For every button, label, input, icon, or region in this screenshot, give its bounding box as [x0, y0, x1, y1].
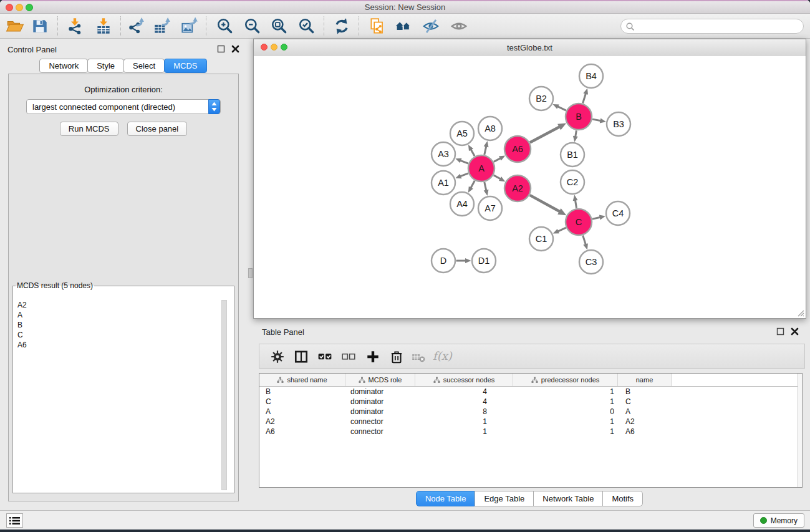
column-header-predecessor-nodes[interactable]: predecessor nodes [513, 374, 618, 386]
result-item[interactable]: A2 [17, 300, 225, 310]
table-row[interactable]: Cdominator41C [259, 397, 802, 407]
graph-edge-A-A6[interactable] [494, 158, 501, 162]
graph-node-B4[interactable]: B4 [579, 64, 603, 88]
tab-edge-table[interactable]: Edge Table [475, 491, 534, 506]
table-row[interactable]: Adominator80A [259, 407, 802, 417]
import-network-icon[interactable] [65, 17, 84, 36]
column-header-name[interactable]: name [618, 374, 672, 386]
table-row[interactable]: Bdominator41B [259, 387, 802, 397]
run-mcds-button[interactable]: Run MCDS [60, 122, 118, 136]
graph-edge-A-A1[interactable] [460, 173, 468, 177]
column-header-shared-name[interactable]: shared name [259, 374, 345, 386]
graph-node-A1[interactable]: A1 [432, 171, 455, 195]
graph-edge-C-C2[interactable] [575, 200, 576, 208]
graph-edge-B-B1[interactable] [576, 130, 577, 137]
tab-node-table[interactable]: Node Table [416, 491, 476, 506]
select-all-checks-icon[interactable] [317, 349, 332, 364]
graph-node-A2[interactable]: A2 [504, 175, 531, 201]
delete-table-icon[interactable] [411, 349, 426, 364]
graph-edge-A2-C[interactable] [530, 195, 561, 212]
add-column-icon[interactable] [365, 349, 380, 364]
graph-edge-A-A3[interactable] [460, 160, 468, 163]
column-header-successor-nodes[interactable]: successor nodes [415, 374, 513, 386]
graph-node-C1[interactable]: C1 [529, 227, 553, 251]
show-all-eye-icon[interactable] [450, 17, 468, 36]
tab-network-table[interactable]: Network Table [533, 491, 603, 506]
graph-node-A[interactable]: A [468, 155, 494, 181]
graph-node-C2[interactable]: C2 [561, 170, 584, 194]
close-panel-button[interactable]: Close panel [127, 122, 188, 136]
graph-node-D[interactable]: D [432, 249, 455, 273]
graph-edge-B-B2[interactable] [557, 106, 566, 110]
network-canvas[interactable]: B4B2BB3A5A8A6B1A3AA1C2A2A4A7C4CC1C3DD1 [254, 56, 806, 318]
open-file-icon[interactable] [6, 17, 24, 36]
export-image-icon[interactable] [180, 17, 199, 36]
graph-node-A7[interactable]: A7 [478, 196, 502, 220]
float-panel-icon[interactable] [217, 45, 225, 53]
result-item[interactable]: A [17, 310, 225, 320]
function-builder-icon[interactable]: f(x) [433, 349, 456, 364]
result-scrollbar[interactable] [221, 300, 227, 490]
float-table-panel-icon[interactable] [776, 327, 784, 336]
graph-node-B3[interactable]: B3 [607, 112, 630, 136]
gear-icon[interactable] [270, 349, 285, 364]
tab-select[interactable]: Select [123, 59, 165, 73]
resize-grip-icon[interactable] [796, 309, 804, 317]
tab-network[interactable]: Network [39, 59, 88, 73]
memory-button[interactable]: Memory [753, 513, 804, 528]
import-table-icon[interactable] [94, 17, 113, 36]
graph-node-C[interactable]: C [566, 209, 592, 235]
graph-edge-C-C3[interactable] [583, 235, 586, 244]
search-input[interactable] [637, 20, 799, 32]
graph-node-D1[interactable]: D1 [472, 249, 496, 273]
graph-edge-A-A5[interactable] [471, 149, 475, 156]
graph-edge-A-A2[interactable] [494, 175, 501, 179]
close-panel-icon[interactable] [231, 45, 239, 53]
save-session-icon[interactable] [31, 17, 49, 36]
hide-selected-eye-icon[interactable] [422, 17, 440, 36]
graph-edge-A6-B[interactable] [530, 127, 560, 143]
optimization-criterion-select[interactable]: largest connected component (directed) [26, 99, 221, 114]
graph-node-A5[interactable]: A5 [450, 122, 474, 145]
column-header-mcds-role[interactable]: MCDS role [345, 374, 415, 386]
graph-node-C3[interactable]: C3 [579, 250, 603, 274]
zoom-out-icon[interactable] [243, 17, 262, 36]
export-network-icon[interactable] [127, 17, 145, 36]
graph-node-B2[interactable]: B2 [529, 87, 553, 110]
result-item[interactable]: C [17, 330, 225, 340]
graph-edge-C-C1[interactable] [557, 228, 566, 231]
export-table-icon[interactable] [153, 17, 171, 36]
unselect-all-checks-icon[interactable] [341, 349, 356, 364]
panel-splitter-handle[interactable] [248, 268, 253, 278]
graph-node-B1[interactable]: B1 [561, 143, 584, 167]
split-columns-icon[interactable] [294, 349, 309, 364]
result-item[interactable]: B [17, 320, 225, 330]
graph-node-C4[interactable]: C4 [606, 201, 630, 225]
graph-node-A6[interactable]: A6 [504, 136, 531, 162]
table-row[interactable]: A6connector11A6 [259, 427, 802, 437]
graph-edge-C-C4[interactable] [592, 217, 600, 219]
zoom-in-icon[interactable] [216, 17, 234, 36]
refresh-icon[interactable] [332, 17, 351, 36]
result-item[interactable]: A6 [17, 340, 225, 350]
close-table-panel-icon[interactable] [791, 327, 799, 336]
task-history-button[interactable] [6, 513, 23, 528]
tab-motifs[interactable]: Motifs [602, 491, 643, 506]
table-row[interactable]: A2connector11A2 [259, 417, 802, 427]
graph-node-A4[interactable]: A4 [450, 192, 474, 216]
graph-node-B[interactable]: B [566, 104, 592, 130]
tab-style[interactable]: Style [87, 59, 124, 73]
tab-mcds[interactable]: MCDS [164, 59, 206, 73]
first-neighbors-icon[interactable] [394, 17, 413, 36]
zoom-fit-icon[interactable] [270, 17, 289, 36]
graph-edge-A-A8[interactable] [485, 146, 486, 155]
graph-node-A3[interactable]: A3 [432, 142, 455, 166]
duplicate-network-icon[interactable] [368, 17, 387, 36]
graph-edge-B-B4[interactable] [583, 93, 586, 103]
graph-node-A8[interactable]: A8 [478, 117, 502, 140]
delete-column-trash-icon[interactable] [389, 349, 404, 364]
graph-edge-A-A7[interactable] [485, 182, 486, 191]
zoom-selected-icon[interactable] [297, 17, 316, 36]
graph-edge-B-B3[interactable] [592, 119, 601, 121]
table-scrollbar[interactable] [798, 374, 802, 487]
